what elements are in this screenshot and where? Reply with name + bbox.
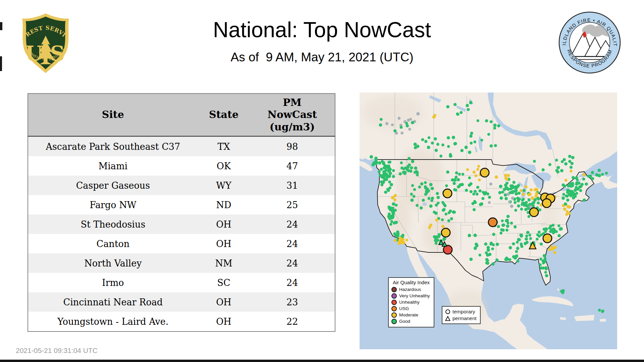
monitor-dot xyxy=(513,181,516,184)
monitor-dot xyxy=(509,184,513,187)
monitor-dot xyxy=(533,160,536,163)
site-cell: Cincinnati Near Road xyxy=(28,292,198,312)
monitor-dot xyxy=(561,196,565,200)
monitor-dot xyxy=(515,192,518,195)
monitor-dot xyxy=(375,161,378,164)
monitor-dot xyxy=(520,244,523,247)
monitor-dot xyxy=(393,232,396,235)
monitor-dot xyxy=(429,183,433,186)
monitor-dot xyxy=(391,196,394,199)
monitor-dot xyxy=(492,243,495,246)
monitor-dot xyxy=(436,143,439,146)
monitor-dot xyxy=(474,201,477,204)
monitor-dot xyxy=(576,178,579,181)
monitor-dot xyxy=(537,197,540,200)
monitor-dot xyxy=(391,207,394,209)
monitor-dot xyxy=(390,220,393,223)
monitor-dot xyxy=(472,193,475,196)
monitor-dot xyxy=(402,241,405,244)
monitor-dot xyxy=(389,216,392,219)
monitor-dot xyxy=(453,103,457,106)
monitor-dot xyxy=(487,133,490,136)
monitor-dot xyxy=(529,193,532,196)
monitor-dot xyxy=(491,262,495,266)
marker-type-legend: temporary permanent xyxy=(442,306,481,324)
monitor-dot xyxy=(535,195,538,198)
wfaqrp-badge-icon: WILDLAND FIRE • AIR QUALITY RESPONSE PRO… xyxy=(558,11,621,74)
monitor-dot xyxy=(570,170,573,173)
monitor-dot xyxy=(460,149,464,152)
table-row: Cincinnati Near RoadOH23 xyxy=(28,292,335,312)
monitor-dot xyxy=(494,144,497,147)
monitor-dot xyxy=(502,229,505,232)
monitor-dot xyxy=(583,198,586,202)
monitor-dot xyxy=(469,134,473,138)
monitor-dot xyxy=(515,250,518,253)
column-header-state: State xyxy=(198,94,250,136)
aqi-legend-item: Hazardous xyxy=(391,286,431,293)
monitor-dot xyxy=(473,171,476,174)
monitor-dot xyxy=(454,189,457,191)
page-subtitle: As of 9 AM, May 21, 2021 (UTC) xyxy=(0,50,644,64)
monitor-dot xyxy=(411,160,414,163)
monitor-dot xyxy=(510,222,513,225)
monitor-dot xyxy=(420,182,424,186)
monitor-dot xyxy=(378,170,381,173)
aqi-legend-item: Moderate xyxy=(391,312,431,318)
monitor-dot xyxy=(496,243,499,246)
monitor-dot xyxy=(466,104,469,107)
monitor-dot xyxy=(571,182,574,185)
monitor-dot xyxy=(548,227,551,230)
monitor-dot xyxy=(465,189,468,192)
monitor-dot xyxy=(448,211,451,214)
monitor-dot xyxy=(473,140,476,143)
monitor-dot xyxy=(408,157,411,160)
highlighted-monitor-circle xyxy=(443,189,452,198)
site-cell: Canton xyxy=(28,234,198,253)
monitor-dot xyxy=(566,194,569,197)
monitor-dot xyxy=(429,204,433,208)
column-header-pm-nowcast: PM NowCast (ug/m3) xyxy=(250,94,335,136)
monitor-dot xyxy=(566,191,570,194)
monitor-dot xyxy=(500,196,503,200)
monitor-dot xyxy=(550,245,553,248)
monitor-dot xyxy=(552,231,555,234)
monitor-dot xyxy=(457,185,460,188)
monitor-dot xyxy=(420,206,423,210)
monitor-dot xyxy=(504,197,508,200)
state-cell: SC xyxy=(198,273,250,292)
monitor-dot xyxy=(437,235,440,238)
table-row: Ascarate Park Southeast C37TX98 xyxy=(28,136,335,157)
permanent-triangle-icon xyxy=(445,316,450,321)
monitor-dot xyxy=(511,191,514,194)
monitor-dot xyxy=(385,173,388,176)
monitor-dot xyxy=(542,168,545,171)
monitor-dot xyxy=(525,185,528,188)
monitor-dot xyxy=(488,201,491,204)
monitor-dot xyxy=(437,202,439,204)
monitor-dot xyxy=(421,138,424,141)
monitor-dot xyxy=(442,208,446,211)
monitor-dot xyxy=(386,188,389,191)
state-cell: NM xyxy=(198,253,250,273)
monitor-dot xyxy=(516,241,519,243)
monitor-dot xyxy=(385,165,389,168)
monitor-dot xyxy=(537,201,540,204)
monitor-dot xyxy=(413,188,416,191)
monitor-dot xyxy=(516,247,519,250)
monitor-dot xyxy=(411,184,414,187)
monitor-dot xyxy=(477,119,479,122)
site-cell: Casper Gaseous xyxy=(28,176,198,195)
monitor-dot xyxy=(605,172,608,174)
monitor-dot xyxy=(528,215,531,218)
monitor-dot xyxy=(474,234,477,237)
monitor-dot xyxy=(429,224,432,227)
monitor-dot xyxy=(505,229,508,232)
monitor-dot xyxy=(479,254,481,256)
monitor-dot xyxy=(517,238,520,241)
monitor-dot xyxy=(416,145,420,148)
table-header-row: Site State PM NowCast (ug/m3) xyxy=(28,94,335,136)
monitor-dot xyxy=(385,122,388,125)
monitor-dot xyxy=(508,200,511,203)
monitor-map: Air Quality Index HazardousVery Unhealth… xyxy=(360,93,617,349)
